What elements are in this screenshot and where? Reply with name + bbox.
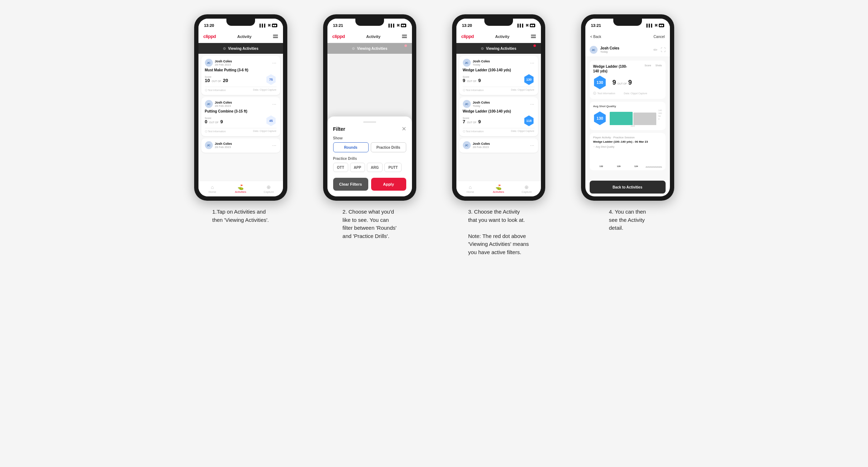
- footer-data-1-2: Data: Clippd Capture: [253, 130, 276, 133]
- user-name-3-3: Josh Coles: [473, 142, 490, 146]
- card-user-1-2: JC Josh Coles 28 Feb 2023: [205, 100, 232, 108]
- footer-info-1-1: ⓘ Test Information: [205, 89, 226, 92]
- header-title-2: Activity: [366, 34, 380, 39]
- card-user-info-1-1: Josh Coles 28 Feb 2023: [215, 59, 232, 66]
- signal-icon-3: ▌▌▌: [517, 24, 524, 27]
- activities-icon-1: ⛳: [238, 184, 244, 190]
- activity-card-1-1[interactable]: JC Josh Coles 28 Feb 2023 ··· Must Make …: [201, 56, 280, 95]
- banner-text-1: Viewing Activities: [228, 47, 258, 51]
- cancel-button-4[interactable]: Cancel: [653, 35, 665, 39]
- info-row-4: ⓘ Test Information Data: Clippd Capture: [593, 91, 662, 95]
- signal-icon-1: ▌▌▌: [259, 24, 266, 27]
- nav-activities-3[interactable]: ⛳ Activities: [484, 184, 513, 194]
- card-title-1-2: Putting Combine (3-15 ft): [205, 109, 277, 113]
- detail-values-4: 130 9 OUT OF 9: [593, 76, 662, 89]
- modal-footer: Clear Filters Apply: [333, 178, 406, 191]
- caption-2-line2: like to see. You can: [342, 217, 389, 223]
- edit-icon-4[interactable]: ✏: [653, 47, 658, 53]
- chip-ott[interactable]: OTT: [333, 163, 348, 172]
- activity-card-1-3[interactable]: JC Josh Coles 28 Feb 2023 ···: [201, 138, 280, 153]
- nav-capture-1[interactable]: ⊕ Capture: [255, 184, 283, 194]
- score-value-4: 9: [613, 79, 616, 86]
- toggle-row: Rounds Practice Drills: [333, 142, 406, 152]
- viewing-banner-3[interactable]: ⚙ Viewing Activities: [456, 43, 541, 54]
- card-header-1-2: JC Josh Coles 28 Feb 2023 ···: [205, 100, 277, 108]
- hamburger-icon-2[interactable]: [402, 35, 407, 38]
- bar-4-c4: [646, 167, 662, 167]
- filter-modal: Filter ✕ Show Rounds Practice Drills Pra…: [327, 116, 412, 196]
- card-user-1-3: JC Josh Coles 28 Feb 2023: [205, 141, 232, 149]
- card-dots-1-3[interactable]: ···: [272, 143, 277, 148]
- home-label-1: Home: [208, 190, 216, 194]
- back-to-activities-button[interactable]: Back to Activities: [590, 181, 666, 194]
- wifi-icon-1: ⌘: [268, 24, 271, 27]
- card-dots-1-2[interactable]: ···: [272, 101, 277, 106]
- nav-home-1[interactable]: ⌂ Home: [198, 184, 227, 194]
- phone-4: 13:21 ▌▌▌ ⌘ ■■ < Back Cancel: [581, 14, 674, 201]
- settings-icon-2: ⚙: [352, 47, 355, 51]
- expand-icon-4[interactable]: ⛶: [661, 47, 666, 53]
- chip-putt[interactable]: PUTT: [384, 163, 402, 172]
- card-title-1-1: Must Make Putting (3-6 ft): [205, 68, 277, 72]
- user-date-1-2: 28 Feb 2023: [215, 104, 232, 108]
- card-user-info-3-2: Josh Coles Today: [473, 101, 490, 108]
- step-2-column: 13:21 ▌▌▌ ⌘ ■■ clippd Activity: [312, 14, 427, 256]
- activity-card-3-3[interactable]: JC Josh Coles 28 Feb 2023 ···: [459, 138, 538, 153]
- nav-home-3[interactable]: ⌂ Home: [456, 184, 485, 194]
- y-140: 140: [658, 109, 662, 111]
- stat-score-1-1: Score 10 OUT OF 20: [205, 76, 228, 83]
- hamburger-icon-3[interactable]: [531, 35, 536, 38]
- practice-drills-section-label: Practice Drills: [333, 157, 406, 161]
- caption-2-line1: 2. Choose what you'd: [342, 209, 394, 215]
- detail-user-info-4: Josh Coles Today: [600, 46, 619, 53]
- shots-val-1-1: 20: [223, 78, 228, 83]
- practice-drills-toggle[interactable]: Practice Drills: [371, 142, 406, 152]
- outof-4: OUT OF: [618, 82, 627, 85]
- card-dots-3-1[interactable]: ···: [530, 60, 534, 65]
- avatar-3-3: JC: [463, 141, 471, 149]
- viewing-banner-2[interactable]: ⚙ Viewing Activities: [327, 43, 412, 54]
- card-footer-1-2: ⓘ Test Information Data: Clippd Capture: [205, 128, 277, 133]
- step-3-column: 13:20 ▌▌▌ ⌘ ■■ clippd Activity: [441, 14, 556, 256]
- chip-app[interactable]: APP: [350, 163, 365, 172]
- card-dots-3-2[interactable]: ···: [530, 101, 534, 106]
- modal-close-btn[interactable]: ✕: [402, 126, 406, 132]
- outof-3-1: 9 OUT OF 9: [463, 78, 481, 83]
- chip-arg[interactable]: ARG: [367, 163, 383, 172]
- status-time-2: 13:21: [333, 23, 343, 28]
- score-row-4: 9 OUT OF 9: [613, 79, 632, 86]
- bar-val-4-2: 129: [617, 165, 620, 167]
- nav-capture-3[interactable]: ⊕ Capture: [513, 184, 541, 194]
- apply-button[interactable]: Apply: [371, 178, 406, 191]
- user-name-1-3: Josh Coles: [215, 142, 232, 146]
- back-button-4[interactable]: < Back: [590, 35, 601, 39]
- card-dots-1-1[interactable]: ···: [272, 60, 277, 65]
- phone-3: 13:20 ▌▌▌ ⌘ ■■ clippd Activity: [452, 14, 545, 201]
- rounds-toggle[interactable]: Rounds: [333, 142, 369, 152]
- bar-val-4-3: 124: [634, 165, 638, 167]
- activity-card-3-2[interactable]: JC Josh Coles Today ··· Wedge Ladder (10…: [459, 97, 538, 136]
- phone-inner-1: 13:20 ▌▌▌ ⌘ ■■ clippd Activity: [198, 19, 283, 196]
- nav-activities-1[interactable]: ⛳ Activities: [226, 184, 255, 194]
- user-name-4: Josh Coles: [600, 46, 619, 50]
- status-time-4: 13:21: [591, 23, 601, 28]
- sq-badge-3-1: 130: [524, 74, 534, 85]
- outof-1-2: 0 OUT OF 9: [205, 119, 223, 124]
- modal-title: Filter: [333, 126, 345, 132]
- outof-text-1-2: OUT OF: [209, 121, 219, 124]
- avatar-4: JC: [590, 46, 598, 54]
- caption-2-line4: and 'Practice Drills'.: [342, 233, 389, 239]
- bar-4-2: [633, 113, 656, 125]
- clear-filters-button[interactable]: Clear Filters: [333, 178, 368, 191]
- hamburger-icon-1[interactable]: [273, 35, 278, 38]
- activity-card-3-1[interactable]: JC Josh Coles Today ··· Wedge Ladder (10…: [459, 56, 538, 95]
- viewing-banner-1[interactable]: ⚙ Viewing Activities: [198, 43, 283, 54]
- x-label-4: APP: [610, 125, 662, 127]
- card-dots-3-3[interactable]: ···: [530, 143, 534, 148]
- user-date-4: Today: [600, 50, 619, 53]
- sq-large-badge-4: 130: [593, 76, 607, 89]
- card-header-3-1: JC Josh Coles Today ···: [463, 59, 534, 67]
- activity-card-1-2[interactable]: JC Josh Coles 28 Feb 2023 ··· Putting Co…: [201, 97, 280, 136]
- sq-badge-1-1: 75: [266, 74, 277, 85]
- score-shots-4: 9 OUT OF 9: [613, 79, 632, 86]
